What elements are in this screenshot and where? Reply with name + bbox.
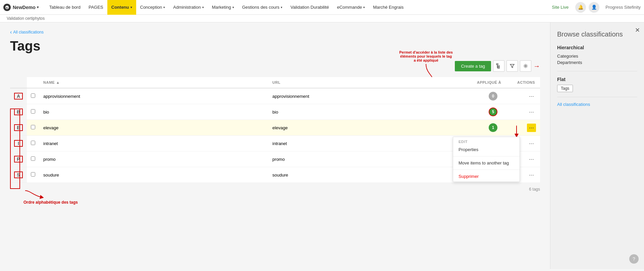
nav-item-marche[interactable]: Marché Engrais xyxy=(369,0,408,15)
toolbar: Create a tag xyxy=(10,60,540,72)
main-layout: All classifications Tags Create a tag xyxy=(0,22,644,269)
actions-menu-button-bio[interactable]: ··· xyxy=(527,108,536,116)
row-checkbox[interactable] xyxy=(31,109,35,114)
name-cell-promo: promo xyxy=(39,151,244,167)
context-menu-arrow xyxy=(510,124,523,138)
bottom-annotation: Ordre alphabétique des tags xyxy=(10,199,540,269)
arrow-down-svg xyxy=(510,124,523,137)
hierarchy-view-button[interactable] xyxy=(493,60,504,72)
spacer-promo xyxy=(244,151,268,167)
row-checkbox[interactable] xyxy=(31,141,35,145)
nav-item-conception[interactable]: Conception ▾ xyxy=(136,0,169,15)
context-menu-divider xyxy=(453,156,520,156)
back-to-classifications[interactable]: All classifications xyxy=(10,29,540,35)
panel-link-departments[interactable]: Departments xyxy=(557,59,637,66)
nav-caret-ecommande: ▾ xyxy=(363,6,365,9)
table-count: 6 tags xyxy=(529,187,540,192)
actions-menu-button-elevage[interactable]: ··· xyxy=(527,124,536,132)
applied-cell-elevage[interactable]: 1 xyxy=(473,120,513,136)
nav-caret-marketing: ▾ xyxy=(232,6,234,9)
row-checkbox[interactable] xyxy=(31,125,35,129)
url-cell-promo: promo xyxy=(268,151,473,167)
panel-all-classifications-link[interactable]: All classifications xyxy=(557,102,590,107)
create-tag-button[interactable]: Create a tag xyxy=(455,61,491,71)
row-checkbox[interactable] xyxy=(31,156,35,161)
actions-menu-button-approvisionnement[interactable]: ··· xyxy=(527,92,536,100)
applied-cell-approvisionnement[interactable]: 0 xyxy=(473,88,513,104)
table-row: B bio bio 5 ··· xyxy=(10,104,540,120)
nav-item-pages[interactable]: PAGES xyxy=(85,0,107,15)
progress-sitefinity-logo: Progress Sitefinity xyxy=(605,5,641,10)
col-spacer xyxy=(244,77,268,88)
checkbox-cell-elevage[interactable] xyxy=(27,120,39,136)
alpha-annotation-text: Ordre alphabétique des tags xyxy=(23,189,78,205)
name-cell-elevage: elevage xyxy=(39,120,244,136)
row-checkbox[interactable] xyxy=(31,93,35,98)
help-button[interactable]: ? xyxy=(629,254,639,264)
svg-point-9 xyxy=(525,65,526,67)
panel-divider2 xyxy=(557,97,637,97)
close-panel-button[interactable]: ✕ xyxy=(635,26,640,34)
table-wrapper: NAME ▲ URL APPLIQUÉ À ACTIONS A app xyxy=(10,77,540,196)
panel-flat-title: Flat xyxy=(557,77,637,82)
arrow-to-panel: → xyxy=(533,62,540,70)
nav-item-sitelive[interactable]: Site Live xyxy=(548,0,573,15)
context-menu-divider2 xyxy=(453,170,520,170)
panel-chip-tags[interactable]: Tags xyxy=(557,85,573,92)
row-checkbox[interactable] xyxy=(31,172,35,177)
applied-badge-5[interactable]: 5 xyxy=(489,108,497,116)
filter-button[interactable] xyxy=(506,60,518,72)
nav-item-marketing[interactable]: Marketing ▾ xyxy=(208,0,238,15)
context-menu-item-properties[interactable]: Properties xyxy=(453,144,520,155)
brand-name: NewDemo xyxy=(13,5,36,10)
panel-link-categories[interactable]: Categories xyxy=(557,53,637,59)
alpha-cell-a: A xyxy=(10,88,27,104)
user-profile-button[interactable]: 👤 xyxy=(589,2,599,13)
alpha-annotation-label: Ordre alphabétique des tags xyxy=(23,200,78,205)
col-alpha xyxy=(10,77,27,88)
spacer-soudure xyxy=(244,167,268,183)
name-cell-soudure: soudure xyxy=(39,167,244,183)
annotation-applied-arrow xyxy=(416,62,436,79)
subheader-link[interactable]: Validation certiphytos xyxy=(7,16,45,21)
col-check xyxy=(27,77,39,88)
nav-item-gestions[interactable]: Gestions des cours ▾ xyxy=(238,0,286,15)
checkbox-cell-bio[interactable] xyxy=(27,104,39,120)
top-navigation: N NewDemo ▾ Tableau de bord PAGES Conten… xyxy=(0,0,644,15)
applied-cell-bio[interactable]: 5 xyxy=(473,104,513,120)
checkbox-cell-intranet[interactable] xyxy=(27,136,39,151)
context-menu-item-delete[interactable]: Supprimer xyxy=(453,171,520,182)
content-area: All classifications Tags Create a tag xyxy=(0,22,550,269)
panel-title: Browse classifications xyxy=(557,30,637,38)
context-menu-section-edit: EDIT xyxy=(453,137,520,144)
context-menu-item-move[interactable]: Move items to another tag xyxy=(453,158,520,168)
nav-item-ecommande[interactable]: eCommande ▾ xyxy=(333,0,369,15)
notification-bell-button[interactable]: 🔔 xyxy=(575,2,586,13)
settings-button[interactable] xyxy=(520,60,531,72)
checkbox-cell-promo[interactable] xyxy=(27,151,39,167)
panel-divider1 xyxy=(557,71,637,71)
actions-menu-button-intranet[interactable]: ··· xyxy=(527,139,536,148)
checkbox-cell-approvisionnement[interactable] xyxy=(27,88,39,104)
url-cell-soudure: soudure xyxy=(268,167,473,183)
nav-right: Site Live 🔔 👤 Progress Sitefinity xyxy=(548,0,641,15)
table-row: A approvisionnement approvisionnement 0 … xyxy=(10,88,540,104)
nav-caret-admin: ▾ xyxy=(202,6,204,9)
checkbox-cell-soudure[interactable] xyxy=(27,167,39,183)
col-name[interactable]: NAME ▲ xyxy=(39,77,244,88)
applied-badge-0[interactable]: 0 xyxy=(489,92,497,100)
name-cell-approvisionnement: approvisionnement xyxy=(39,88,244,104)
url-cell-intranet: intranet xyxy=(268,136,473,151)
nav-item-validation[interactable]: Validation Durabilité xyxy=(286,0,333,15)
page-title: Tags xyxy=(10,39,540,54)
applied-badge-1[interactable]: 1 xyxy=(489,123,497,132)
alpha-letter-a: A xyxy=(14,93,23,99)
nav-item-administration[interactable]: Administration ▾ xyxy=(169,0,208,15)
brand-icon: N xyxy=(3,4,11,11)
nav-item-tableau[interactable]: Tableau de bord xyxy=(45,0,85,15)
actions-menu-button-soudure[interactable]: ··· xyxy=(527,171,536,179)
brand-logo[interactable]: N NewDemo ▾ xyxy=(3,4,39,11)
actions-cell-bio: ··· xyxy=(513,104,540,120)
actions-menu-button-promo[interactable]: ··· xyxy=(527,155,536,163)
nav-item-contenu[interactable]: Contenu ▾ xyxy=(107,0,136,15)
